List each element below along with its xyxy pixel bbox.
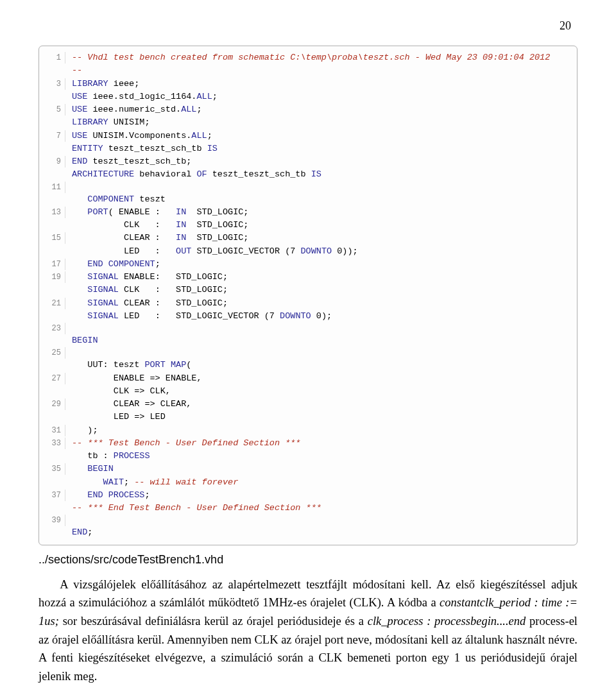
code-line: 5USE ieee.numeric_std.ALL; bbox=[39, 103, 577, 116]
line-number: 39 bbox=[39, 515, 65, 526]
line-number: 23 bbox=[39, 323, 65, 334]
code-line: 13 PORT( ENABLE : IN STD_LOGIC; bbox=[39, 206, 577, 219]
line-content: PORT( ENABLE : IN STD_LOGIC; bbox=[65, 206, 248, 219]
code-line: 23 bbox=[39, 323, 577, 334]
line-content: SIGNAL ENABLE: STD_LOGIC; bbox=[65, 271, 228, 284]
code-line: ENTITY teszt_teszt_sch_tb IS bbox=[39, 142, 577, 155]
line-content: LIBRARY ieee; bbox=[65, 78, 139, 90]
code-line: 15 CLEAR : IN STD_LOGIC; bbox=[39, 232, 577, 244]
code-line: LED : OUT STD_LOGIC_VECTOR (7 DOWNTO 0))… bbox=[39, 245, 577, 258]
line-number: 19 bbox=[39, 271, 65, 283]
code-block: 1-- Vhdl test bench created from schemat… bbox=[38, 46, 578, 545]
page: 20 1-- Vhdl test bench created from sche… bbox=[0, 0, 616, 684]
code-line: 37 END PROCESS; bbox=[39, 489, 577, 502]
line-number: 5 bbox=[39, 104, 65, 115]
code-line: 17 END COMPONENT; bbox=[39, 258, 577, 271]
line-content: ENTITY teszt_teszt_sch_tb IS bbox=[65, 142, 218, 155]
line-content: SIGNAL LED : STD_LOGIC_VECTOR (7 DOWNTO … bbox=[65, 310, 332, 323]
line-number: 3 bbox=[39, 78, 65, 90]
code-line: tb : PROCESS bbox=[39, 450, 577, 463]
line-content: USE ieee.std_logic_1164.ALL; bbox=[65, 90, 218, 103]
line-content: ARCHITECTURE behavioral OF teszt_teszt_s… bbox=[65, 168, 321, 181]
line-number: 33 bbox=[39, 438, 65, 449]
code-line: CLK : IN STD_LOGIC; bbox=[39, 219, 577, 232]
line-content: CLK => CLK, bbox=[65, 385, 171, 398]
line-content: -- *** Test Bench - User Defined Section… bbox=[65, 437, 300, 450]
line-content: END PROCESS; bbox=[65, 489, 150, 502]
code-line: 31 ); bbox=[39, 424, 577, 437]
code-line: LED => LED bbox=[39, 411, 577, 423]
line-number: 7 bbox=[39, 130, 65, 142]
line-content: CLEAR : IN STD_LOGIC; bbox=[65, 232, 248, 244]
code-line: 35 BEGIN bbox=[39, 463, 577, 475]
line-number: 25 bbox=[39, 347, 65, 359]
code-line: 3LIBRARY ieee; bbox=[39, 78, 577, 90]
code-line: -- bbox=[39, 64, 577, 77]
line-content: SIGNAL CLK : STD_LOGIC; bbox=[65, 284, 228, 296]
code-line: 29 CLEAR => CLEAR, bbox=[39, 398, 577, 411]
code-line: ARCHITECTURE behavioral OF teszt_teszt_s… bbox=[39, 168, 577, 181]
line-content: CLK : IN STD_LOGIC; bbox=[65, 219, 248, 232]
line-content: UUT: teszt PORT MAP( bbox=[65, 359, 191, 372]
line-number: 15 bbox=[39, 232, 65, 244]
code-line: 11 bbox=[39, 182, 577, 193]
line-content: USE UNISIM.Vcomponents.ALL; bbox=[65, 130, 212, 142]
code-line: USE ieee.std_logic_1164.ALL; bbox=[39, 90, 577, 103]
line-number: 27 bbox=[39, 373, 65, 384]
code-line: 7USE UNISIM.Vcomponents.ALL; bbox=[39, 130, 577, 142]
code-line: 1-- Vhdl test bench created from schemat… bbox=[39, 51, 577, 64]
line-content: CLEAR => CLEAR, bbox=[65, 398, 191, 411]
line-content: SIGNAL CLEAR : STD_LOGIC; bbox=[65, 297, 228, 310]
code-line: UUT: teszt PORT MAP( bbox=[39, 359, 577, 372]
file-path: ../sections/src/codeTestBrench1.vhd bbox=[38, 553, 578, 567]
code-line: LIBRARY UNISIM; bbox=[39, 116, 577, 129]
code-line: 21 SIGNAL CLEAR : STD_LOGIC; bbox=[39, 297, 577, 310]
code-line: 33-- *** Test Bench - User Defined Secti… bbox=[39, 437, 577, 450]
code-line: 27 ENABLE => ENABLE, bbox=[39, 372, 577, 385]
line-content: -- bbox=[65, 64, 82, 77]
code-line: CLK => CLK, bbox=[39, 385, 577, 398]
line-content: LIBRARY UNISIM; bbox=[65, 116, 150, 129]
code-line: END; bbox=[39, 526, 577, 539]
line-number: 37 bbox=[39, 490, 65, 501]
line-content: COMPONENT teszt bbox=[65, 193, 166, 206]
code-line: SIGNAL LED : STD_LOGIC_VECTOR (7 DOWNTO … bbox=[39, 310, 577, 323]
code-line: 9END teszt_teszt_sch_tb; bbox=[39, 155, 577, 168]
line-number: 17 bbox=[39, 259, 65, 270]
line-content: END COMPONENT; bbox=[65, 258, 160, 271]
code-line: WAIT; -- will wait forever bbox=[39, 476, 577, 489]
line-content: tb : PROCESS bbox=[65, 450, 150, 463]
line-content: END; bbox=[65, 526, 92, 539]
line-number: 21 bbox=[39, 298, 65, 309]
line-content: LED : OUT STD_LOGIC_VECTOR (7 DOWNTO 0))… bbox=[65, 245, 358, 258]
code-line: SIGNAL CLK : STD_LOGIC; bbox=[39, 284, 577, 296]
line-number: 29 bbox=[39, 398, 65, 410]
code-line: 39 bbox=[39, 515, 577, 526]
line-content: LED => LED bbox=[65, 411, 166, 423]
line-number: 13 bbox=[39, 207, 65, 218]
line-content: ENABLE => ENABLE, bbox=[65, 372, 202, 385]
line-content: -- Vhdl test bench created from schemati… bbox=[65, 51, 550, 64]
line-number: 35 bbox=[39, 463, 65, 475]
line-content: BEGIN bbox=[65, 334, 98, 347]
line-number: 31 bbox=[39, 425, 65, 436]
line-content: WAIT; -- will wait forever bbox=[65, 476, 238, 489]
body-paragraph: A vizsgálójelek előállításához az alapér… bbox=[38, 576, 578, 685]
line-content: USE ieee.numeric_std.ALL; bbox=[65, 103, 202, 116]
code-line: -- *** End Test Bench - User Defined Sec… bbox=[39, 502, 577, 515]
line-content: BEGIN bbox=[65, 463, 114, 475]
line-number: 11 bbox=[39, 182, 65, 193]
code-line: BEGIN bbox=[39, 334, 577, 347]
line-content: -- *** End Test Bench - User Defined Sec… bbox=[65, 502, 321, 515]
line-number: 1 bbox=[39, 52, 65, 64]
line-content: ); bbox=[65, 424, 98, 437]
code-line: 19 SIGNAL ENABLE: STD_LOGIC; bbox=[39, 271, 577, 284]
line-content: END teszt_teszt_sch_tb; bbox=[65, 155, 191, 168]
code-line: 25 bbox=[39, 347, 577, 359]
line-number: 9 bbox=[39, 156, 65, 167]
code-line: COMPONENT teszt bbox=[39, 193, 577, 206]
page-number: 20 bbox=[38, 19, 578, 33]
